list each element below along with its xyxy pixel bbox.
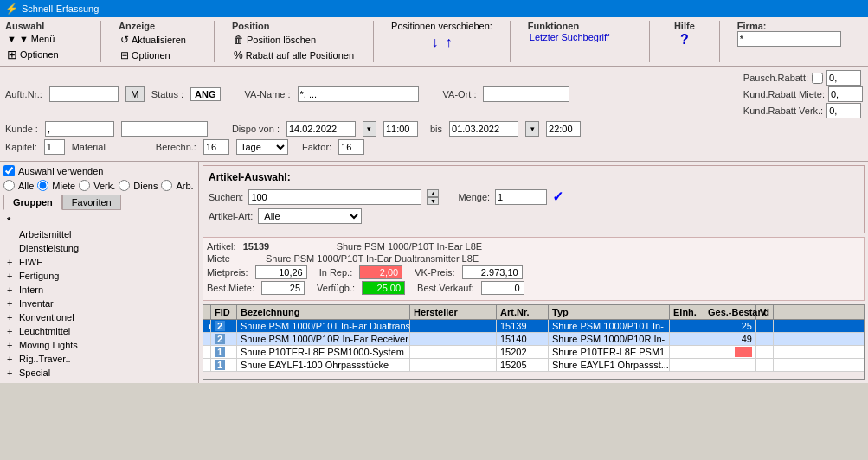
menge-input[interactable]	[495, 189, 547, 205]
m-button[interactable]: M	[125, 86, 145, 102]
table-row[interactable]: ► 2 Shure PSM 1000/P10T In-Ear Dualtrans…	[203, 320, 864, 333]
hilfe-button[interactable]: ?	[678, 31, 691, 48]
tree-item-dienstleistung[interactable]: Dienstleistung	[3, 241, 195, 255]
toolbar-funktionen: Funktionen Letzter Suchbegriff	[528, 21, 632, 43]
position-loeschen-button[interactable]: 🗑 Position löschen	[232, 33, 356, 47]
miete-desc-value: Shure PSM 1000/P10T In-Ear Dualtransmitt…	[266, 253, 479, 264]
tree-item-konventionel[interactable]: +Konventionel	[3, 310, 195, 324]
faktor-input[interactable]	[338, 139, 364, 155]
tage-select[interactable]: Tage	[236, 139, 288, 155]
confirm-checkmark[interactable]: ✓	[552, 188, 563, 205]
best-verkauf-label: Best.Verkauf:	[417, 283, 473, 293]
dispo-von-time[interactable]	[383, 121, 418, 137]
kunde-name-input[interactable]	[121, 121, 208, 137]
best-miete-label: Best.Miete:	[207, 283, 254, 293]
bis-time[interactable]	[546, 121, 581, 137]
tree-item-fiwe[interactable]: +FIWE	[3, 255, 195, 269]
va-ort-input[interactable]	[483, 86, 569, 102]
pausch-rabatt-input[interactable]	[826, 70, 861, 86]
radio-verk[interactable]	[79, 180, 90, 191]
tree-item-root[interactable]: *	[3, 214, 195, 227]
tree-item-special[interactable]: +Special	[3, 366, 195, 380]
right-panel: Artikel-Auswahl: Suchen: ▲ ▼ Menge: ✓ Ar…	[199, 162, 868, 383]
bis-cal-btn[interactable]: ▾	[525, 121, 539, 137]
tree-item-fertigung[interactable]: +Fertigung	[3, 269, 195, 283]
td-bestand	[704, 346, 756, 358]
move-down-button[interactable]: ↓	[431, 35, 438, 50]
radio-arb[interactable]	[161, 180, 172, 191]
berechnung-input[interactable]	[203, 139, 229, 155]
rabatt-button[interactable]: % Rabatt auf alle Positionen	[232, 48, 356, 62]
optionen-button[interactable]: ⊞ Optionen	[5, 47, 83, 62]
tab-favoriten[interactable]: Favoriten	[62, 195, 121, 210]
dispo-von-cal-btn[interactable]: ▾	[363, 121, 376, 137]
radio-alle[interactable]	[3, 180, 15, 191]
toolbar-firma: Firma:	[737, 21, 863, 47]
radio-diens[interactable]	[119, 180, 130, 191]
firma-input[interactable]	[737, 31, 841, 47]
artikel-art-label: Artikel-Art:	[209, 211, 253, 221]
vk-preis-value: 2.973,10	[462, 265, 523, 279]
auftrnr-input[interactable]	[49, 86, 119, 102]
td-bestand: 49	[704, 333, 756, 345]
move-up-button[interactable]: ↑	[445, 35, 452, 50]
kund-rabatt-miete-input[interactable]	[828, 86, 863, 102]
td-typ: Shure PSM 1000/P10T In-	[549, 320, 670, 332]
status-label: Status :	[151, 89, 183, 99]
tab-gruppen[interactable]: Gruppen	[3, 195, 62, 210]
sep5	[649, 21, 650, 62]
artikel-art-select[interactable]: Alle Miete Verkauf Dienstleistung	[258, 208, 362, 224]
in-rep-label: In Rep.:	[319, 267, 353, 278]
th-art-nr: Art.Nr.	[497, 305, 549, 319]
td-fid: 1	[211, 359, 237, 371]
radio-miete-label: Miete	[52, 181, 75, 191]
td-einh	[670, 359, 704, 371]
best-verkauf-value: 0	[481, 281, 524, 295]
auswahl-verwenden-checkbox[interactable]	[3, 165, 15, 176]
td-indicator	[203, 346, 211, 358]
table-row[interactable]: 1 Shure P10TER-L8E PSM1000-System 15202 …	[203, 346, 864, 359]
td-bezeichnung: Shure P10TER-L8E PSM1000-System	[237, 346, 410, 358]
th-typ: Typ	[549, 305, 670, 319]
radio-group: Alle Miete Verk. Diens Arb.	[3, 180, 195, 191]
spin-down-button[interactable]: ▼	[427, 197, 439, 205]
td-art-nr: 15140	[497, 333, 549, 345]
artikel-nr-row: Artikel: 15139 Shure PSM 1000/P10T In-Ea…	[207, 241, 860, 252]
tree-view: * Arbeitsmittel Dienstleistung +FIWE +Fe…	[3, 214, 195, 380]
toolbar-hilfe: Hilfe ?	[667, 21, 702, 48]
dispo-von-date: 14.02.2022	[286, 121, 356, 137]
radio-miete[interactable]	[37, 180, 48, 191]
table-body: ► 2 Shure PSM 1000/P10T In-Ear Dualtrans…	[203, 320, 864, 379]
td-einh	[670, 333, 704, 345]
suchen-input[interactable]	[248, 189, 421, 205]
suchen-label: Suchen:	[209, 192, 243, 202]
form-area: Auftr.Nr.: M Status : ANG VA-Name : VA-O…	[0, 67, 868, 162]
tree-item-intern[interactable]: +Intern	[3, 283, 195, 297]
tree-item-inventar[interactable]: +Inventar	[3, 297, 195, 310]
sep6	[719, 21, 720, 62]
td-indicator	[203, 359, 211, 371]
kund-rabatt-verk-input[interactable]	[826, 103, 861, 118]
pausch-rabatt-checkbox[interactable]	[812, 73, 823, 84]
spin-up-button[interactable]: ▲	[427, 189, 439, 197]
tree-item-moving-lights[interactable]: +Moving Lights	[3, 338, 195, 352]
auftrnr-label: Auftr.Nr.:	[5, 89, 42, 99]
menu-button[interactable]: ▼ ▼ Menü	[5, 33, 83, 45]
kund-rabatt-miete-label: Kund.Rabatt Miete:	[743, 89, 825, 99]
th-einh: Einh.	[670, 305, 704, 319]
table-row[interactable]: 2 Shure PSM 1000/P10R In-Ear Receiver L8…	[203, 333, 864, 346]
filter-icon: ⊟	[120, 49, 129, 61]
tree-item-rig-traver[interactable]: +Rig..Traver..	[3, 352, 195, 366]
aktualisieren-button[interactable]: ↺ Aktualisieren	[119, 33, 196, 47]
question-icon: ?	[680, 32, 689, 48]
va-name-input[interactable]	[298, 86, 419, 102]
anzeige-optionen-button[interactable]: ⊟ Optionen	[119, 48, 196, 62]
table-row[interactable]: 1 Shure EAYLF1-100 Ohrpassstücke 15205 S…	[203, 359, 864, 372]
kunde-input[interactable]	[45, 121, 114, 137]
artikel-name-value: Shure PSM 1000/P10T In-Ear L8E	[337, 241, 483, 252]
suchbegriff-button[interactable]: Letzter Suchbegriff	[528, 31, 632, 43]
anzeige-label: Anzeige	[119, 21, 196, 31]
kapitel-input[interactable]	[44, 139, 65, 155]
tree-item-leuchtmittel[interactable]: +Leuchtmittel	[3, 324, 195, 338]
tree-item-arbeitsmittel[interactable]: Arbeitsmittel	[3, 227, 195, 241]
